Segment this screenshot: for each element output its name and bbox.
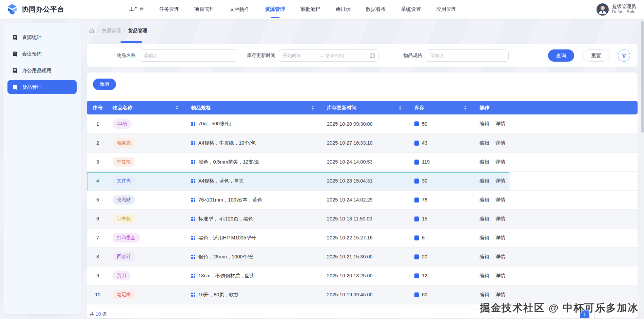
detail-link[interactable]: 详情 — [495, 254, 505, 260]
spec-filter-input[interactable] — [426, 49, 509, 62]
nav-item-1[interactable]: 任务管理 — [158, 4, 180, 15]
sidebar-item-1[interactable]: 会议预约 — [7, 47, 77, 61]
detail-link[interactable]: 详情 — [495, 178, 505, 184]
edit-link[interactable]: 编辑 — [480, 235, 489, 241]
edit-link[interactable]: 编辑 — [480, 292, 489, 298]
table-row[interactable]: 8回形针银色，28mm，1000个/盒2025-10-21 15:30:0020… — [87, 247, 638, 266]
cell-update-time: 2025-10-22 15:27:16 — [323, 228, 410, 247]
sort-icon[interactable] — [399, 106, 402, 110]
page-1-button[interactable]: 1 — [580, 310, 589, 319]
spec-grid-icon — [191, 274, 195, 278]
nav-item-2[interactable]: 项目管理 — [194, 4, 215, 15]
active-tab-indicator — [120, 41, 142, 43]
edit-link[interactable]: 编辑 — [480, 216, 489, 222]
detail-link[interactable]: 详情 — [495, 197, 505, 203]
breadcrumb: / 资源管理 / 货品管理 — [89, 28, 638, 34]
calendar-icon[interactable] — [370, 53, 375, 58]
table-row[interactable]: 3中性笔黑色，0.5mm笔尖，12支/盒2025-10-24 14:00:531… — [87, 152, 638, 171]
home-icon[interactable] — [89, 28, 94, 34]
cell-spec: 18cm，不锈钢材质，圆头 — [187, 266, 323, 285]
breadcrumb-link-resource[interactable]: 资源管理 — [102, 28, 121, 34]
table-row[interactable]: 4文件夹A4规格，蓝色，单夹2025-10-28 15:04:3130编辑详情 — [87, 171, 638, 190]
detail-link[interactable]: 详情 — [495, 273, 505, 279]
stock-box-icon — [414, 121, 419, 126]
user-menu[interactable]: 超级管理员 Default Role — [597, 3, 636, 16]
table-row[interactable]: 5便利贴76×101mm，100张/本，黄色2025-10-24 14:02:2… — [87, 190, 638, 209]
nav-item-5[interactable]: 审批流程 — [299, 4, 321, 15]
nav-item-3[interactable]: 文档协作 — [229, 4, 251, 15]
stock-value: 119 — [422, 159, 430, 165]
start-time-input[interactable] — [282, 53, 318, 58]
detail-link[interactable]: 详情 — [495, 292, 505, 298]
journal-icon — [12, 68, 18, 73]
sort-icon[interactable] — [311, 106, 314, 110]
cell-stock: 12 — [410, 266, 475, 285]
cell-name: 打印墨盒 — [109, 228, 187, 247]
detail-link[interactable]: 详情 — [495, 235, 505, 241]
page-body: 资源统计 会议预约 办公用品领用 货品管理 / 资源管理 / 货品管理 物品名称 — [0, 19, 644, 319]
table-row[interactable]: 1A4纸70g，500张/包2025-10-20 09:30:0050编辑详情 — [87, 114, 638, 133]
page-size-select[interactable] — [594, 309, 632, 319]
detail-link[interactable]: 详情 — [495, 140, 505, 146]
column-label: 物品名称 — [113, 105, 132, 110]
reset-button[interactable]: 重置 — [583, 49, 609, 62]
edit-link[interactable]: 编辑 — [480, 159, 489, 165]
cell-name: 中性笔 — [109, 152, 187, 171]
name-filter-input[interactable] — [139, 49, 237, 62]
nav-item-9[interactable]: 应用管理 — [435, 4, 457, 15]
sort-icon[interactable] — [176, 106, 178, 110]
sort-icon[interactable] — [464, 106, 467, 110]
item-name-tag: 文件夹 — [113, 176, 135, 186]
cell-actions: 编辑详情 — [475, 209, 638, 228]
nav-item-4[interactable]: 资源管理 — [264, 4, 286, 15]
nav-item-0[interactable]: 工作台 — [128, 4, 145, 15]
table-card: 新增 序号物品名称物品规格库存更新时间库存操作 1A4纸70g，500张/包20… — [87, 72, 638, 318]
table-row[interactable]: 6订书机标准型，可订20页，黑色2025-10-18 11:50:0015编辑详… — [87, 209, 638, 228]
detail-link[interactable]: 详情 — [495, 216, 505, 222]
spec-text: 黑色，适用HP M1005型号 — [198, 235, 256, 241]
detail-link[interactable]: 详情 — [495, 159, 505, 165]
sidebar-item-3[interactable]: 货品管理 — [7, 80, 77, 94]
item-name-tag: 便利贴 — [113, 195, 135, 205]
table-row[interactable]: 10笔记本16开，80页，软抄2025-10-19 09:45:0060编辑详情 — [87, 285, 638, 304]
filter-funnel-button[interactable] — [618, 49, 630, 62]
column-header-0: 序号 — [87, 101, 109, 114]
nav-item-6[interactable]: 通讯录 — [335, 4, 351, 15]
edit-link[interactable]: 编辑 — [480, 178, 489, 184]
add-button[interactable]: 新增 — [93, 79, 116, 90]
edit-link[interactable]: 编辑 — [480, 121, 489, 127]
journal-icon — [12, 84, 18, 90]
edit-link[interactable]: 编辑 — [480, 197, 489, 203]
nav-item-8[interactable]: 系统设置 — [400, 4, 422, 15]
stock-box-icon — [414, 216, 419, 221]
item-name-tag: 档案袋 — [113, 138, 135, 148]
item-name-tag: 剪刀 — [113, 271, 131, 280]
table-row[interactable]: 7打印墨盒黑色，适用HP M1005型号2025-10-22 15:27:166… — [87, 228, 638, 247]
edit-link[interactable]: 编辑 — [480, 140, 489, 146]
table-row[interactable]: 2档案袋A4规格，牛皮纸，10个/包2025-10-27 16:33:1043编… — [87, 133, 638, 152]
sidebar-item-0[interactable]: 资源统计 — [7, 30, 77, 44]
cell-spec: A4规格，牛皮纸，10个/包 — [187, 133, 323, 152]
table-footer: 共10条 1 — [87, 304, 638, 319]
edit-link[interactable]: 编辑 — [480, 254, 489, 260]
cell-index: 3 — [87, 152, 109, 171]
sidebar-item-2[interactable]: 办公用品领用 — [7, 64, 77, 77]
nav-item-7[interactable]: 数据看板 — [365, 4, 387, 15]
scrollbar-thumb[interactable] — [641, 21, 644, 133]
range-arrow-icon: → — [319, 53, 324, 58]
cell-update-time: 2025-10-20 09:30:00 — [323, 114, 410, 133]
cell-name: 回形针 — [109, 247, 187, 266]
column-label: 库存更新时间 — [327, 105, 356, 110]
table-row[interactable]: 9剪刀18cm，不锈钢材质，圆头2025-10-20 13:25:0012编辑详… — [87, 266, 638, 285]
end-time-input[interactable] — [325, 53, 360, 58]
cell-stock: 60 — [410, 285, 475, 304]
top-navbar: 协同办公平台 工作台任务管理项目管理文档协作资源管理审批流程通讯录数据看板系统设… — [0, 0, 644, 19]
edit-link[interactable]: 编辑 — [480, 273, 489, 279]
stock-box-icon — [414, 178, 419, 184]
cell-name: 便利贴 — [109, 190, 187, 209]
item-name-tag: 回形针 — [113, 252, 135, 261]
date-range-picker[interactable]: → — [279, 49, 379, 62]
cell-name: 笔记本 — [109, 285, 187, 304]
detail-link[interactable]: 详情 — [495, 121, 505, 127]
search-button[interactable]: 查询 — [548, 49, 574, 62]
